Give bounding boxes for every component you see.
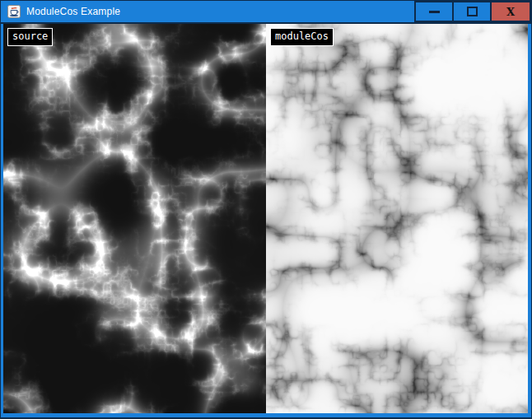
- source-noise-image: [3, 24, 266, 413]
- app-window: ModuleCos Example X source moduleCos: [0, 0, 532, 419]
- maximize-icon: [467, 7, 478, 16]
- minimize-button[interactable]: [416, 2, 452, 21]
- minimize-icon: [429, 11, 440, 13]
- modulecos-label: moduleCos: [270, 28, 334, 46]
- close-icon: X: [506, 7, 515, 17]
- window-controls: X: [414, 1, 531, 22]
- content-area: source moduleCos: [3, 24, 528, 413]
- modulecos-noise-image: [266, 24, 528, 413]
- source-label: source: [7, 28, 53, 46]
- java-app-icon: [7, 5, 21, 18]
- source-panel: source: [3, 24, 266, 413]
- maximize-button[interactable]: [454, 2, 490, 21]
- window-title: ModuleCos Example: [26, 6, 120, 17]
- close-button[interactable]: X: [492, 2, 530, 21]
- modulecos-panel: moduleCos: [266, 24, 528, 413]
- titlebar[interactable]: ModuleCos Example X: [1, 1, 531, 22]
